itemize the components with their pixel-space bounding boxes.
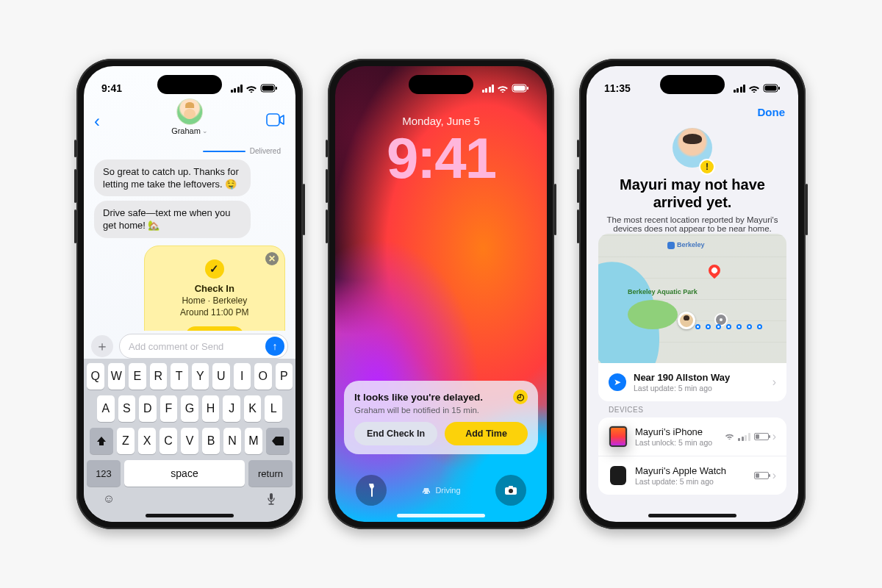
edit-button[interactable]: Edit [185, 326, 244, 331]
key-b[interactable]: B [202, 428, 220, 454]
key-v[interactable]: V [181, 428, 198, 454]
message-bubble: Drive safe—text me when you get home! 🏡 [94, 201, 251, 237]
chevron-right-icon: › [772, 430, 776, 443]
keyboard-row: QWERTYUIOP [87, 363, 293, 390]
key-t[interactable]: T [171, 363, 188, 390]
close-icon[interactable]: ✕ [265, 252, 279, 265]
key-j[interactable]: J [223, 395, 240, 422]
facetime-button[interactable] [266, 113, 285, 129]
message-thread[interactable]: Delivered So great to catch up. Thanks f… [84, 146, 295, 331]
end-checkin-button[interactable]: End Check In [354, 422, 437, 445]
cellular-icon [738, 433, 750, 441]
back-button[interactable]: ‹ [94, 111, 100, 132]
location-row[interactable]: ➤ Near 190 Allston Way Last update: 5 mi… [598, 363, 786, 401]
lock-dock: Driving [335, 475, 547, 506]
key-h[interactable]: H [202, 395, 220, 422]
phone-checkin-details: 11:35 Done ! Mayuri may not have arrived… [579, 59, 806, 529]
svg-rect-12 [765, 86, 777, 91]
alert-body: The most recent location reported by May… [598, 215, 786, 233]
cellular-icon [734, 85, 746, 93]
dynamic-island [660, 75, 725, 94]
add-time-button[interactable]: Add Time [445, 422, 528, 445]
home-indicator[interactable] [397, 514, 485, 517]
status-time: 9:41 [101, 82, 122, 94]
svg-point-10 [509, 489, 513, 493]
clock-icon: ◴ [513, 390, 528, 404]
key-m[interactable]: M [245, 428, 262, 454]
home-indicator[interactable] [648, 514, 736, 517]
svg-rect-6 [514, 86, 526, 91]
key-y[interactable]: Y [192, 363, 209, 390]
contact-avatar[interactable] [176, 98, 203, 125]
location-map[interactable]: Berkeley Aquatic Park Berkeley [598, 234, 786, 363]
backspace-key[interactable] [266, 428, 290, 454]
key-a[interactable]: A [97, 395, 115, 422]
battery-icon [763, 84, 781, 93]
svg-rect-13 [778, 87, 780, 90]
status-time: 11:35 [604, 82, 631, 94]
emoji-key[interactable]: ☺ [103, 492, 115, 509]
camera-button[interactable] [495, 475, 526, 506]
phone-messages: 9:41 ‹ Graham⌄ Delivered So great to cat… [76, 59, 303, 529]
flashlight-button[interactable] [356, 475, 387, 506]
battery-icon [512, 84, 529, 93]
space-key[interactable]: space [124, 460, 245, 487]
key-f[interactable]: F [160, 395, 178, 422]
key-g[interactable]: G [181, 395, 198, 422]
lock-time: 9:41 [335, 125, 547, 192]
focus-indicator[interactable]: Driving [421, 486, 460, 495]
send-button[interactable]: ↑ [265, 337, 284, 356]
wifi-icon [748, 84, 760, 93]
return-key[interactable]: return [248, 460, 293, 487]
alert-header: ! Mayuri may not have arrived yet. The m… [598, 128, 786, 233]
checkin-notification[interactable]: It looks like you're delayed. ◴ Graham w… [344, 381, 538, 454]
key-i[interactable]: I [234, 363, 251, 390]
key-s[interactable]: S [118, 395, 136, 422]
key-k[interactable]: K [244, 395, 262, 422]
device-row[interactable]: Mayuri's Apple Watch Last update: 5 min … [598, 456, 786, 495]
iphone-icon [609, 426, 628, 448]
message-input[interactable]: Add comment or Send ↑ [119, 334, 288, 359]
compose-bar: ＋ Add comment or Send ↑ [91, 334, 288, 359]
home-indicator[interactable] [146, 514, 234, 517]
key-w[interactable]: W [108, 363, 126, 390]
battery-icon [260, 84, 278, 93]
chevron-right-icon: › [772, 469, 776, 482]
location-sub: Last update: 5 min ago [634, 384, 765, 392]
keyboard-row: ASDFGHJKL [87, 395, 293, 422]
messages-header: ‹ Graham⌄ [84, 98, 295, 144]
key-e[interactable]: E [129, 363, 146, 390]
message-bubble: So great to catch up. Thanks for letting… [94, 159, 251, 196]
attach-button[interactable]: ＋ [91, 335, 113, 357]
key-d[interactable]: D [139, 395, 157, 422]
key-q[interactable]: Q [87, 363, 104, 390]
key-p[interactable]: P [276, 363, 293, 390]
done-button[interactable]: Done [758, 106, 786, 118]
key-r[interactable]: R [150, 363, 168, 390]
notif-headline: It looks like you're delayed. [354, 392, 483, 403]
map-city-label: Berkeley [667, 241, 705, 249]
contact-name[interactable]: Graham⌄ [171, 126, 208, 135]
numbers-key[interactable]: 123 [87, 460, 121, 487]
key-o[interactable]: O [254, 363, 272, 390]
svg-rect-3 [267, 114, 279, 126]
key-n[interactable]: N [223, 428, 241, 454]
key-x[interactable]: X [138, 428, 156, 454]
key-u[interactable]: U [212, 363, 230, 390]
svg-rect-4 [270, 493, 273, 500]
key-l[interactable]: L [265, 395, 282, 422]
car-icon [421, 486, 431, 495]
key-z[interactable]: Z [117, 428, 135, 454]
device-row[interactable]: Mayuri's iPhone Last unlock: 5 min ago › [598, 417, 786, 456]
phone-lockscreen: 9:41 Monday, June 5 9:41 It looks like y… [328, 59, 554, 529]
key-c[interactable]: C [159, 428, 177, 454]
three-phone-showcase: 9:41 ‹ Graham⌄ Delivered So great to cat… [0, 0, 882, 588]
checkmark-icon: ✓ [205, 259, 224, 279]
svg-rect-7 [527, 87, 528, 90]
shift-key[interactable] [90, 428, 113, 454]
battery-icon [754, 472, 769, 479]
dictation-key[interactable] [266, 492, 276, 509]
checkin-destination: Home · Berkeley [155, 295, 274, 306]
alert-title: Mayuri may not have arrived yet. [598, 176, 786, 211]
watch-icon [610, 466, 626, 485]
